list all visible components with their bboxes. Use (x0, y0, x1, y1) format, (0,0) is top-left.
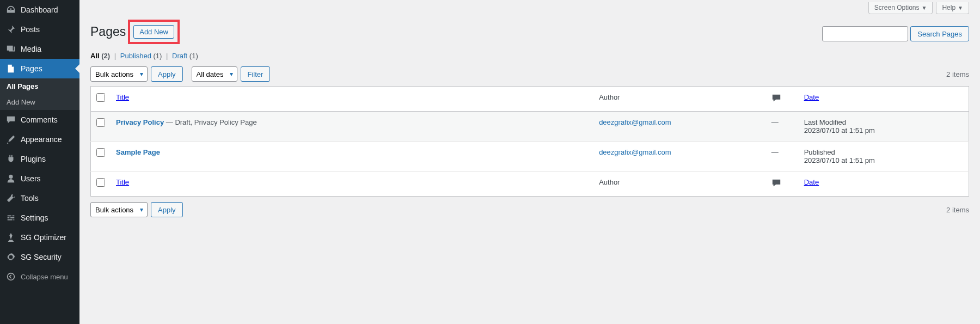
svg-point-0 (8, 273, 15, 280)
filter-all[interactable]: All (2) (90, 52, 110, 60)
sidebar-label: Appearance (21, 135, 62, 144)
sidebar-label: Pages (21, 64, 42, 73)
row-title-link[interactable]: Privacy Policy (116, 118, 164, 126)
sidebar-item-users[interactable]: Users (0, 169, 79, 188)
sidebar-label: Dashboard (21, 5, 58, 14)
submenu-all-pages[interactable]: All Pages (0, 78, 79, 94)
main-content: Screen Options▼ Help▼ Pages Add New Sear… (79, 0, 980, 324)
tablenav-top: Bulk actions Apply All dates Filter 2 it… (90, 66, 969, 82)
add-new-button[interactable]: Add New (133, 25, 174, 39)
col-author-bottom: Author (593, 172, 766, 197)
table-row: Sample Page deezgrafix@gmail.com — Publi… (91, 142, 969, 172)
date-filter-select[interactable]: All dates (192, 66, 237, 82)
tablenav-bottom: Bulk actions Apply 2 items (90, 202, 969, 217)
sidebar-label: SG Security (21, 253, 62, 261)
bulk-actions-select-bottom[interactable]: Bulk actions (90, 202, 148, 217)
help-tab[interactable]: Help▼ (936, 2, 969, 14)
pages-table: Title Author Date Privacy Policy — Draft… (90, 86, 969, 197)
sidebar-label: Tools (21, 194, 39, 203)
row-comments: — (766, 112, 799, 142)
gear-icon (5, 252, 16, 262)
sort-title-bottom[interactable]: Title (116, 178, 129, 186)
media-icon (5, 44, 16, 54)
sidebar-item-sg-optimizer[interactable]: SG Optimizer (0, 228, 79, 247)
search-box: Search Pages (822, 26, 969, 41)
row-comments: — (766, 142, 799, 172)
sidebar-item-media[interactable]: Media (0, 39, 79, 59)
sort-title[interactable]: Title (116, 93, 129, 101)
sidebar-item-dashboard[interactable]: Dashboard (0, 0, 79, 20)
screen-options-tab[interactable]: Screen Options▼ (868, 2, 933, 14)
chevron-down-icon: ▼ (958, 5, 963, 11)
apply-button-top[interactable]: Apply (151, 66, 183, 82)
items-count-top: 2 items (946, 70, 969, 78)
admin-sidebar: Dashboard Posts Media Pages All Pages Ad… (0, 0, 79, 324)
col-author: Author (593, 87, 766, 112)
filter-draft[interactable]: Draft (172, 52, 187, 60)
comment-bubble-icon (771, 181, 781, 189)
filter-published[interactable]: Published (120, 52, 151, 60)
sidebar-item-settings[interactable]: Settings (0, 208, 79, 228)
apply-button-bottom[interactable]: Apply (151, 202, 183, 217)
plug-icon (5, 154, 16, 164)
rocket-icon (5, 232, 16, 243)
row-date-value: 2023/07/10 at 1:51 pm (804, 156, 963, 164)
help-label: Help (942, 4, 955, 11)
row-date-label: Last Modified (804, 118, 963, 126)
search-pages-button[interactable]: Search Pages (910, 26, 969, 41)
chevron-down-icon: ▼ (922, 5, 927, 11)
sort-date[interactable]: Date (804, 93, 819, 101)
sidebar-label: Comments (21, 115, 58, 124)
wrench-icon (5, 193, 16, 204)
row-title-link[interactable]: Sample Page (116, 148, 160, 156)
dashboard-icon (5, 4, 16, 15)
filter-button[interactable]: Filter (241, 66, 271, 82)
sidebar-item-tools[interactable]: Tools (0, 188, 79, 208)
sidebar-item-posts[interactable]: Posts (0, 20, 79, 39)
sidebar-label: Users (21, 174, 41, 183)
sidebar-label: Plugins (21, 155, 46, 163)
select-all-top[interactable] (96, 93, 105, 102)
select-all-bottom[interactable] (96, 178, 105, 187)
search-input[interactable] (822, 26, 908, 41)
collapse-menu[interactable]: Collapse menu (0, 267, 79, 286)
top-tabs: Screen Options▼ Help▼ (90, 0, 969, 14)
sidebar-label: Posts (21, 25, 40, 34)
row-checkbox[interactable] (96, 148, 105, 157)
sidebar-item-sg-security[interactable]: SG Security (0, 247, 79, 267)
row-state: — Draft, Privacy Policy Page (164, 118, 257, 126)
sidebar-label: Media (21, 45, 41, 53)
collapse-icon (5, 271, 16, 282)
sidebar-item-pages[interactable]: Pages (0, 59, 79, 78)
items-count-bottom: 2 items (946, 206, 969, 214)
sidebar-item-comments[interactable]: Comments (0, 110, 79, 130)
brush-icon (5, 134, 16, 145)
sliders-icon (5, 212, 16, 223)
bulk-actions-select[interactable]: Bulk actions (90, 66, 148, 82)
row-date-label: Published (804, 148, 963, 156)
sidebar-item-plugins[interactable]: Plugins (0, 149, 79, 169)
page-title: Pages (90, 25, 126, 39)
sidebar-label: SG Optimizer (21, 233, 66, 242)
screen-options-label: Screen Options (874, 4, 920, 11)
add-new-highlight: Add New (128, 20, 180, 44)
submenu-add-new[interactable]: Add New (0, 94, 79, 110)
user-icon (5, 173, 16, 184)
row-checkbox[interactable] (96, 118, 105, 127)
status-filters: All (2) | Published (1) | Draft (1) (90, 52, 969, 60)
row-date-value: 2023/07/10 at 1:51 pm (804, 126, 963, 135)
comment-bubble-icon (771, 96, 781, 105)
sidebar-label: Settings (21, 213, 48, 222)
page-icon (5, 63, 16, 74)
collapse-label: Collapse menu (21, 273, 68, 281)
row-author-link[interactable]: deezgrafix@gmail.com (599, 148, 671, 156)
sidebar-item-appearance[interactable]: Appearance (0, 130, 79, 149)
sidebar-submenu-pages: All Pages Add New (0, 78, 79, 110)
pin-icon (5, 24, 16, 35)
sort-date-bottom[interactable]: Date (804, 178, 819, 186)
comment-icon (5, 114, 16, 125)
row-author-link[interactable]: deezgrafix@gmail.com (599, 118, 671, 126)
table-row: Privacy Policy — Draft, Privacy Policy P… (91, 112, 969, 142)
